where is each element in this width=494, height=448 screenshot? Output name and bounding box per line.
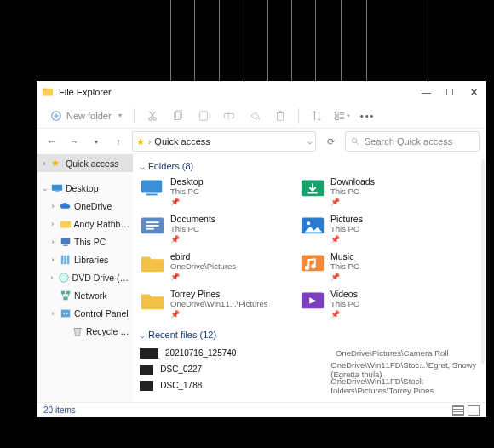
folder-location: This PC (170, 224, 215, 234)
folder-item-downloads[interactable]: DownloadsThis PC📌 (300, 176, 453, 209)
svg-point-29 (66, 313, 68, 314)
pin-icon: 📌 (170, 309, 268, 319)
share-button[interactable] (244, 105, 266, 127)
sidebar-item-libraries[interactable]: › Libraries (37, 250, 133, 268)
copy-button[interactable] (167, 105, 189, 127)
folder-location: This PC (170, 187, 204, 197)
folders-header-label: Folders (8) (148, 161, 193, 171)
sort-button[interactable] (306, 105, 328, 127)
paste-button[interactable] (192, 105, 215, 127)
svg-rect-9 (224, 113, 233, 118)
minimize-button[interactable]: — (422, 87, 430, 98)
forward-button[interactable]: → (66, 133, 83, 150)
sidebar-item-user[interactable]: › Andy Rathbone (37, 215, 133, 233)
refresh-button[interactable]: ⟳ (321, 136, 340, 147)
svg-rect-34 (146, 221, 159, 223)
recycle-bin-icon (72, 325, 83, 337)
sidebar-item-network[interactable]: Network (37, 286, 133, 304)
svg-rect-17 (61, 238, 71, 244)
svg-rect-11 (336, 112, 339, 115)
videos-folder-icon (300, 289, 325, 311)
folder-icon (140, 251, 165, 273)
file-thumbnail (140, 365, 153, 375)
desktop-icon (51, 182, 63, 194)
folder-item-videos[interactable]: VideosThis PC📌 (300, 289, 453, 321)
recent-section-header[interactable]: ⌵ Recent files (12) (140, 330, 478, 340)
sidebar-item-control-panel[interactable]: › Control Panel (37, 304, 133, 322)
folders-section-header[interactable]: ⌵ Folders (8) (140, 161, 478, 171)
sidebar-item-dvd[interactable]: › DVD Drive (D:) ESD (37, 268, 133, 286)
sidebar-item-recycle-bin[interactable]: Recycle Bin (37, 322, 133, 340)
details-view-button[interactable] (452, 405, 464, 416)
toolbar: New folder ▾ ▾ ••• (37, 103, 486, 129)
folder-location: OneDrive\Win11...\Pictures (170, 299, 268, 309)
back-button[interactable]: ← (43, 133, 60, 150)
close-button[interactable]: ✕ (469, 87, 478, 98)
delete-button[interactable] (269, 105, 291, 127)
folder-name: Torrey Pines (170, 289, 268, 299)
new-folder-label: New folder (66, 111, 112, 121)
recent-header-label: Recent files (12) (148, 330, 216, 340)
cloud-icon (60, 200, 72, 212)
rename-button[interactable] (218, 105, 240, 127)
body: › ★ Quick access ⌵ Desktop › OneDrive › … (37, 154, 486, 402)
large-icons-view-button[interactable] (468, 405, 480, 416)
libraries-icon (60, 254, 72, 266)
copy-icon (172, 110, 184, 122)
sidebar-item-label: Recycle Bin (86, 326, 133, 336)
sidebar-item-label: Libraries (74, 255, 108, 265)
sidebar-item-quick-access[interactable]: › ★ Quick access (37, 154, 133, 172)
folder-item-documents[interactable]: DocumentsThis PC📌 (140, 214, 293, 246)
svg-rect-39 (302, 256, 324, 272)
breadcrumb[interactable]: Quick access (154, 136, 210, 146)
disc-icon (58, 272, 70, 284)
new-folder-button[interactable]: New folder ▾ (45, 110, 127, 122)
pin-icon: 📌 (330, 234, 363, 244)
svg-rect-8 (202, 110, 205, 112)
search-input[interactable]: Search Quick access (345, 131, 480, 152)
new-folder-icon (50, 110, 62, 122)
share-icon (249, 110, 261, 122)
sidebar-item-this-pc[interactable]: › This PC (37, 233, 133, 250)
chevron-right-icon: › (49, 273, 55, 282)
music-folder-icon (300, 251, 325, 273)
folder-item-desktop[interactable]: DesktopThis PC📌 (140, 176, 293, 209)
file-thumbnail (140, 348, 158, 359)
pin-icon: 📌 (170, 197, 204, 207)
address-bar[interactable]: ★ › Quick access ⌵ (132, 131, 316, 152)
chevron-right-icon: › (49, 238, 57, 246)
recent-file-item[interactable]: 20210716_125740 OneDrive\Pictures\Camera… (140, 345, 478, 361)
up-button[interactable]: ↑ (110, 133, 127, 150)
network-icon (60, 290, 72, 302)
sidebar-item-onedrive[interactable]: › OneDrive (37, 197, 133, 215)
folder-item-pictures[interactable]: PicturesThis PC📌 (300, 214, 453, 246)
trash-icon (274, 110, 286, 122)
cut-button[interactable] (141, 105, 164, 127)
sidebar-item-label: DVD Drive (D:) ESD (72, 273, 133, 283)
sidebar-item-label: This PC (74, 237, 106, 247)
folder-item-music[interactable]: MusicThis PC📌 (300, 251, 453, 284)
folder-item-ebird[interactable]: ebirdOneDrive\Pictures📌 (140, 251, 293, 284)
rename-icon (223, 110, 235, 122)
scrollbar[interactable] (481, 159, 485, 364)
sidebar-item-desktop[interactable]: ⌵ Desktop (37, 179, 133, 197)
pc-icon (60, 236, 72, 248)
svg-rect-24 (61, 290, 65, 294)
pin-icon: 📌 (170, 272, 236, 282)
maximize-button[interactable]: ☐ (445, 87, 454, 98)
chevron-down-icon: ⌵ (140, 162, 145, 171)
view-button[interactable]: ▾ (331, 105, 353, 127)
folder-item-torrey-pines[interactable]: Torrey PinesOneDrive\Win11...\Pictures📌 (140, 289, 293, 321)
svg-rect-18 (63, 244, 67, 245)
recent-locations-button[interactable]: ▾ (88, 133, 105, 150)
recent-file-item[interactable]: DSC_1788 OneDrive\Win11FD\Stock folders\… (140, 377, 478, 393)
file-name: 20210716_125740 (165, 348, 336, 358)
file-path: OneDrive\Win11FD\Stock folders\Pictures\… (330, 376, 478, 395)
chevron-down-icon[interactable]: ⌵ (307, 137, 312, 146)
chevron-right-icon: › (49, 220, 57, 228)
recent-file-item[interactable]: DSC_0227 OneDrive\Win11FD\Stoc...\Egret,… (140, 361, 478, 377)
search-icon (351, 137, 360, 146)
more-button[interactable]: ••• (357, 105, 379, 127)
svg-rect-19 (61, 255, 64, 264)
svg-point-3 (148, 117, 152, 120)
